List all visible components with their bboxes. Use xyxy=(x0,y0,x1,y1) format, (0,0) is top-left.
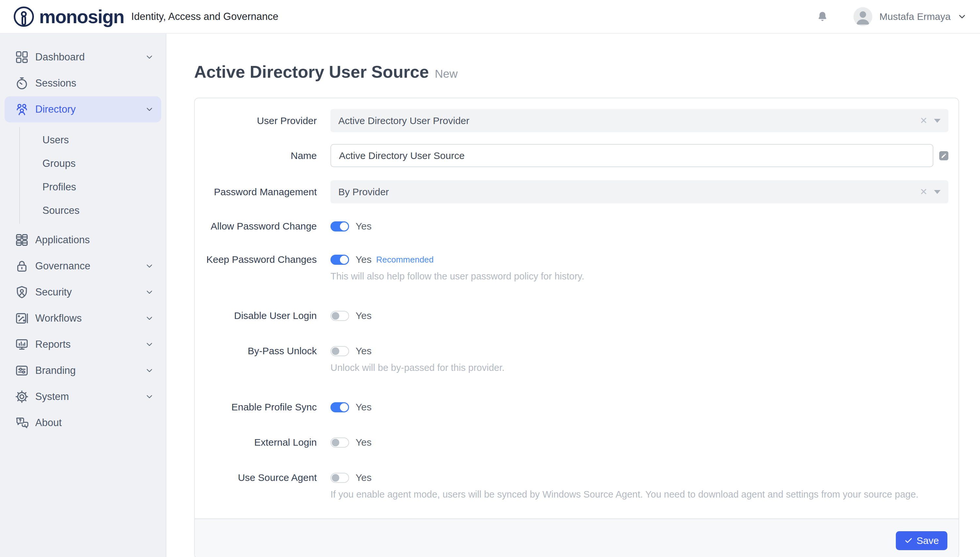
sidebar-item-label: Sessions xyxy=(35,77,76,89)
disable-user-login-toggle[interactable] xyxy=(331,311,349,321)
bypass-unlock-toggle[interactable] xyxy=(331,346,349,356)
user-name[interactable]: Mustafa Ermaya xyxy=(879,11,951,22)
use-source-agent-toggle[interactable] xyxy=(331,473,349,483)
sidebar-item-reports[interactable]: Reports xyxy=(0,331,166,358)
password-management-label: Password Management xyxy=(195,180,317,204)
bypass-unlock-row: By-Pass Unlock Yes Unlock will be by-pas… xyxy=(195,345,948,374)
sidebar-subitem-label: Profiles xyxy=(42,181,76,193)
chevron-down-icon xyxy=(145,340,154,349)
sidebar-item-label: Security xyxy=(35,286,72,298)
dashboard-icon xyxy=(15,50,29,65)
allow-password-change-row: Allow Password Change Yes xyxy=(195,220,948,232)
sidebar-item-label: System xyxy=(35,391,69,402)
sidebar-item-label: Dashboard xyxy=(35,51,85,63)
user-provider-select[interactable]: Active Directory User Provider ✕ xyxy=(331,109,948,132)
allow-password-change-toggle[interactable] xyxy=(331,221,349,231)
save-button-label: Save xyxy=(917,535,939,546)
keep-password-changes-label: Keep Password Changes xyxy=(195,254,317,282)
sidebar-item-groups[interactable]: Groups xyxy=(20,152,166,175)
name-label: Name xyxy=(195,144,317,167)
sidebar-item-applications[interactable]: Applications xyxy=(0,227,166,253)
sidebar-item-label: Reports xyxy=(35,339,71,350)
enable-profile-sync-row: Enable Profile Sync Yes xyxy=(195,401,948,413)
recommended-link[interactable]: Recommended xyxy=(376,255,433,265)
external-login-row: External Login Yes xyxy=(195,436,948,448)
user-provider-label: User Provider xyxy=(195,109,317,132)
sidebar-item-profiles[interactable]: Profiles xyxy=(20,175,166,199)
page-subtitle-badge: New xyxy=(435,64,458,83)
pencil-icon xyxy=(941,153,947,159)
sidebar-item-about[interactable]: About xyxy=(0,410,166,436)
sidebar-item-users[interactable]: Users xyxy=(20,128,166,152)
toggle-state-label: Yes xyxy=(355,254,372,265)
sidebar-item-governance[interactable]: Governance xyxy=(0,253,166,279)
chevron-down-icon xyxy=(145,52,154,62)
save-button[interactable]: Save xyxy=(896,531,948,550)
top-header: monosign Identity, Access and Governance… xyxy=(0,0,980,34)
toggle-state-label: Yes xyxy=(355,221,372,232)
user-provider-value: Active Directory User Provider xyxy=(338,115,469,126)
disable-user-login-label: Disable User Login xyxy=(195,310,317,322)
directory-icon xyxy=(15,102,29,117)
clear-selection-icon[interactable]: ✕ xyxy=(920,116,928,125)
keep-password-changes-row: Keep Password Changes Yes Recommended Th… xyxy=(195,254,948,282)
check-icon xyxy=(904,536,913,545)
bypass-unlock-label: By-Pass Unlock xyxy=(195,345,317,374)
user-menu-chevron-down-icon[interactable] xyxy=(957,12,967,21)
edit-translation-button[interactable] xyxy=(939,151,948,160)
use-source-agent-help: If you enable agent mode, users will be … xyxy=(331,488,948,500)
chevron-down-icon xyxy=(145,105,154,114)
sidebar-item-system[interactable]: System xyxy=(0,384,166,410)
about-help-icon xyxy=(15,415,29,430)
sidebar-item-label: Directory xyxy=(35,104,76,115)
sessions-icon xyxy=(15,76,29,91)
reports-icon xyxy=(15,337,29,352)
keep-password-changes-toggle[interactable] xyxy=(331,255,349,265)
chevron-down-icon xyxy=(145,366,154,375)
use-source-agent-row: Use Source Agent Yes If you enable agent… xyxy=(195,472,948,500)
chevron-down-icon xyxy=(145,314,154,323)
sidebar-item-sources[interactable]: Sources xyxy=(20,199,166,222)
chevron-down-icon xyxy=(145,288,154,297)
brand-tagline: Identity, Access and Governance xyxy=(131,11,278,23)
select-caret-icon[interactable] xyxy=(934,190,941,194)
toggle-state-label: Yes xyxy=(355,402,372,413)
select-caret-icon[interactable] xyxy=(934,119,941,123)
toggle-state-label: Yes xyxy=(355,310,372,321)
sidebar-item-branding[interactable]: Branding xyxy=(0,358,166,384)
enable-profile-sync-toggle[interactable] xyxy=(331,402,349,412)
sidebar-item-label: Governance xyxy=(35,260,90,272)
enable-profile-sync-label: Enable Profile Sync xyxy=(195,401,317,413)
governance-lock-icon xyxy=(15,259,29,274)
page-heading: Active Directory User Source New xyxy=(194,62,980,83)
notifications-bell-icon[interactable] xyxy=(816,10,829,23)
external-login-toggle[interactable] xyxy=(331,438,349,448)
branding-sliders-icon xyxy=(15,363,29,378)
sidebar-item-security[interactable]: Security xyxy=(0,279,166,305)
directory-submenu: Users Groups Profiles Sources xyxy=(19,127,166,224)
sidebar-item-dashboard[interactable]: Dashboard xyxy=(0,44,166,70)
password-management-row: Password Management By Provider ✕ xyxy=(195,180,948,204)
user-avatar[interactable] xyxy=(853,7,872,26)
sidebar-item-label: About xyxy=(35,417,62,429)
sidebar-item-label: Branding xyxy=(35,365,76,376)
page-title: Active Directory User Source xyxy=(194,62,429,81)
app-root: monosign Identity, Access and Governance… xyxy=(0,0,980,557)
monosign-logo-icon xyxy=(13,6,34,28)
password-management-select[interactable]: By Provider ✕ xyxy=(331,180,948,204)
sidebar-item-sessions[interactable]: Sessions xyxy=(0,70,166,96)
name-input[interactable] xyxy=(331,144,933,167)
sidebar-item-workflows[interactable]: Workflows xyxy=(0,305,166,331)
disable-user-login-row: Disable User Login Yes xyxy=(195,310,948,322)
user-provider-row: User Provider Active Directory User Prov… xyxy=(195,109,948,132)
sidebar-subitem-label: Groups xyxy=(42,158,76,169)
external-login-label: External Login xyxy=(195,436,317,448)
main-content: Active Directory User Source New User Pr… xyxy=(166,34,980,557)
sidebar-item-directory[interactable]: Directory xyxy=(5,96,161,122)
clear-selection-icon[interactable]: ✕ xyxy=(920,187,928,197)
sidebar-nav: Dashboard Sessions xyxy=(0,34,166,557)
brand-logo[interactable]: monosign xyxy=(13,6,124,28)
name-row: Name xyxy=(195,144,948,167)
system-gear-icon xyxy=(15,389,29,404)
applications-icon xyxy=(15,233,29,248)
